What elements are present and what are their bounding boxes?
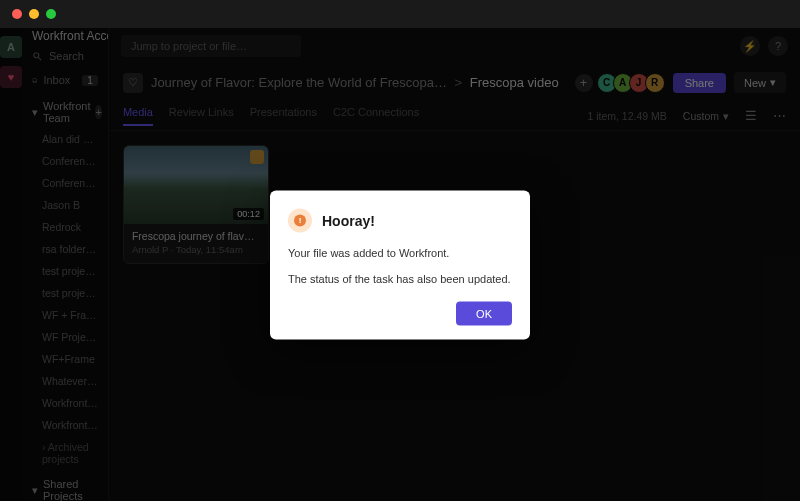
modal-body: Your file was added to Workfront. The st…: [288, 244, 512, 287]
inbox-label: Inbox: [43, 74, 70, 86]
inbox-badge: 1: [82, 75, 98, 86]
breadcrumb-parent[interactable]: Journey of Flavor: Explore the World of …: [151, 75, 447, 90]
tab-presentations[interactable]: Presentations: [250, 106, 317, 126]
shared-section-label: Shared Projects: [43, 478, 98, 501]
add-collaborator-button[interactable]: +: [575, 74, 593, 92]
share-button[interactable]: Share: [673, 73, 726, 93]
add-project-button[interactable]: +: [95, 105, 101, 119]
archived-projects[interactable]: › Archived projects: [22, 436, 108, 470]
chevron-down-icon: ▾: [32, 106, 38, 119]
archived-label: Archived projects: [42, 441, 89, 465]
sidebar-item-project[interactable]: WF + Frame: [22, 304, 108, 326]
chevron-right-icon: ›: [42, 441, 46, 453]
sidebar-item-project[interactable]: Workfront GDC POC P…: [22, 392, 108, 414]
success-icon: !: [288, 208, 312, 232]
sidebar-item-project[interactable]: Workfront Project: [22, 414, 108, 436]
modal-line2: The status of the task has also been upd…: [288, 271, 512, 288]
asset-thumbnail: 00:12: [124, 146, 268, 224]
sidebar-item-project[interactable]: test project creation: [22, 260, 108, 282]
sidebar-item-project[interactable]: rsa folder test: [22, 238, 108, 260]
workspace-rail: A ♥: [0, 28, 22, 501]
asset-title: Frescopa journey of flavor…: [132, 230, 260, 242]
account-switcher[interactable]: Workfront Account (… ▾: [22, 28, 108, 44]
inbox-icon: [32, 75, 37, 86]
sidebar-item-project[interactable]: Conference event: [22, 150, 108, 172]
bolt-icon: ⚡: [743, 40, 757, 53]
asset-meta: Arnold P · Today, 11:54am: [132, 244, 260, 255]
breadcrumb-bar: ♡ Journey of Flavor: Explore the World o…: [109, 64, 800, 101]
workspace-icon-2[interactable]: ♥: [0, 66, 22, 88]
new-button[interactable]: New ▾: [734, 72, 786, 93]
more-button[interactable]: ⋯: [773, 108, 786, 123]
list-icon: ☰: [745, 108, 757, 123]
workspace-icon-1[interactable]: A: [0, 36, 22, 58]
account-title: Workfront Account (…: [32, 29, 108, 43]
sort-dropdown[interactable]: Custom ▾: [683, 110, 729, 122]
team-section-label: Workfront Team: [43, 100, 90, 124]
window-max-dot[interactable]: [46, 9, 56, 19]
sort-label: Custom: [683, 110, 719, 122]
sidebar-search[interactable]: Search: [22, 44, 108, 68]
sidebar-item-project[interactable]: WF+Frame: [22, 348, 108, 370]
chevron-down-icon: ▾: [770, 76, 776, 89]
titlebar: [0, 0, 800, 28]
chevron-down-icon: ▾: [723, 110, 729, 122]
sidebar: Workfront Account (… ▾ Search Inbox 1 ▾ …: [22, 28, 109, 501]
sidebar-item-project[interactable]: test project creation: [22, 282, 108, 304]
ok-label: OK: [476, 307, 492, 319]
topbar: Jump to project or file… ⚡ ?: [109, 28, 800, 64]
tabs-bar: MediaReview LinksPresentationsC2C Connec…: [109, 101, 800, 131]
more-icon: ⋯: [773, 108, 786, 123]
search-icon: [32, 51, 43, 62]
bolt-button[interactable]: ⚡: [740, 36, 760, 56]
tab-c2c-connections[interactable]: C2C Connections: [333, 106, 419, 126]
modal-line1: Your file was added to Workfront.: [288, 244, 512, 261]
window-close-dot[interactable]: [12, 9, 22, 19]
new-label: New: [744, 77, 766, 89]
sidebar-item-project[interactable]: Jason B: [22, 194, 108, 216]
jump-placeholder: Jump to project or file…: [131, 40, 247, 52]
success-modal: ! Hooray! Your file was added to Workfro…: [270, 190, 530, 339]
modal-ok-button[interactable]: OK: [456, 301, 512, 325]
breadcrumb-current: Frescopa video: [470, 75, 559, 90]
tab-media[interactable]: Media: [123, 106, 153, 126]
team-section-header[interactable]: ▾ Workfront Team +: [22, 92, 108, 128]
chevron-down-icon: ▾: [32, 484, 38, 497]
help-button[interactable]: ?: [768, 36, 788, 56]
modal-title: Hooray!: [322, 212, 375, 228]
sidebar-inbox[interactable]: Inbox 1: [22, 68, 108, 92]
search-label: Search: [49, 50, 84, 62]
sidebar-item-project[interactable]: Alan did something: [22, 128, 108, 150]
sidebar-item-project[interactable]: Redrock: [22, 216, 108, 238]
help-icon: ?: [775, 40, 781, 52]
list-view-button[interactable]: ☰: [745, 108, 757, 123]
shared-section-header[interactable]: ▾ Shared Projects: [22, 470, 108, 501]
asset-duration: 00:12: [233, 208, 264, 220]
avatar[interactable]: R: [645, 73, 665, 93]
sidebar-item-project[interactable]: Whatever You Want: [22, 370, 108, 392]
share-label: Share: [685, 77, 714, 89]
sidebar-item-project[interactable]: WF Project Sync Test: [22, 326, 108, 348]
item-meta: 1 item, 12.49 MB: [587, 110, 666, 122]
asset-badge-icon: [250, 150, 264, 164]
folder-icon: ♡: [123, 73, 143, 93]
collaborator-avatars: CAJR: [601, 73, 665, 93]
asset-card[interactable]: 00:12 Frescopa journey of flavor… Arnold…: [123, 145, 269, 264]
sidebar-item-project[interactable]: Conference event 2: [22, 172, 108, 194]
tab-review-links[interactable]: Review Links: [169, 106, 234, 126]
window-min-dot[interactable]: [29, 9, 39, 19]
breadcrumb[interactable]: Journey of Flavor: Explore the World of …: [151, 75, 559, 90]
jump-search[interactable]: Jump to project or file…: [121, 35, 301, 57]
